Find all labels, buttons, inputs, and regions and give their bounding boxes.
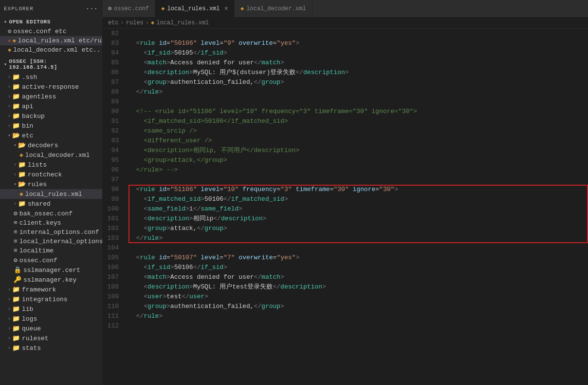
code-line-111: 111 </rule>: [102, 311, 588, 321]
sidebar-item-stats[interactable]: › 📁 stats: [0, 343, 102, 353]
sidebar-file-ossec-conf[interactable]: ⚙ ossec.conf etc: [0, 27, 102, 36]
tab-label-ossec-conf: ossec.conf: [114, 5, 149, 12]
folder-icon-ruleset: 📁: [12, 334, 20, 342]
sidebar-item-integrations[interactable]: › 📁 integrations: [0, 294, 102, 304]
breadcrumb-sep1: ›: [121, 19, 124, 26]
line-content-83: <rule id="50106" level="9" overwrite="ye…: [127, 38, 588, 48]
tab-icon-local-rules: ◈: [161, 5, 165, 12]
folder-icon-bin: 📁: [12, 122, 20, 130]
sidebar-item-label-internal-options: internal_options.conf: [19, 229, 99, 236]
code-line-86: 86 <description>MySQL: 用户$(dstuser)登录失败<…: [102, 68, 588, 77]
line-num-82: 82: [102, 29, 127, 38]
sidebar-item-label-bin: bin: [22, 122, 33, 130]
line-num-92: 92: [102, 126, 127, 136]
line-content-112: [127, 321, 588, 331]
tab-label-local-rules: local_rules.xml: [167, 5, 220, 12]
folder-arrow-queue: ›: [8, 326, 11, 331]
file-icon-client: ≡: [14, 219, 18, 227]
line-num-84: 84: [102, 48, 127, 58]
sidebar-item-sslmanager-cert[interactable]: 🔒 sslmanager.cert: [0, 265, 102, 275]
sidebar-item-etc[interactable]: ▾ 📂 etc: [0, 131, 102, 140]
sidebar-item-ssh[interactable]: › 📁 .ssh: [0, 72, 102, 82]
sidebar-item-client-keys[interactable]: ≡ client.keys: [0, 218, 102, 228]
line-content-100: <same_field>i</same_field>: [127, 204, 588, 214]
code-line-98: 98 <rule id="51106" level="10" frequency…: [102, 185, 588, 194]
folder-icon-stats: 📁: [12, 344, 20, 352]
line-num-91: 91: [102, 116, 127, 126]
sidebar-item-lib[interactable]: › 📁 lib: [0, 304, 102, 314]
line-content-90: <!-- <rule id="51106" level="10" frequen…: [127, 107, 588, 116]
folder-arrow-lib: ›: [8, 307, 11, 312]
folder-arrow-ssh: ›: [8, 75, 11, 80]
open-editors-section[interactable]: ▾ OPEN EDITORS: [0, 17, 102, 27]
line-num-86: 86: [102, 68, 127, 77]
close-x-icon[interactable]: ✕: [8, 38, 11, 44]
xml-icon-decoder: ◈: [19, 151, 23, 159]
tab-local-decoder[interactable]: ◈ local_decoder.xml: [235, 0, 312, 17]
line-num-100: 100: [102, 204, 127, 214]
tab-ossec-conf[interactable]: ⚙ ossec.conf: [102, 0, 155, 17]
tab-close-local-rules[interactable]: ×: [224, 5, 228, 13]
sidebar-item-rootcheck[interactable]: › 📁 rootcheck: [0, 170, 102, 179]
sidebar-item-queue[interactable]: › 📁 queue: [0, 324, 102, 333]
sidebar-item-label-ossec-conf: ossec.conf: [19, 257, 57, 264]
sidebar-item-label-agentless: agentless: [22, 93, 56, 100]
sidebar-item-framework[interactable]: › 📁 framework: [0, 285, 102, 294]
folder-icon-ar: 📁: [12, 83, 20, 91]
sidebar-item-local-rules[interactable]: ◈ local_rules.xml: [0, 189, 102, 199]
code-line-106: 106 <if_sid>50106</if_sid>: [102, 263, 588, 272]
sidebar-item-ruleset[interactable]: › 📁 ruleset: [0, 333, 102, 343]
line-content-84: <if_sid>50105</if_sid>: [127, 48, 588, 58]
line-content-104: [127, 243, 588, 253]
sidebar-item-label-queue: queue: [22, 325, 41, 332]
ossec-section-header[interactable]: ▾ OSSEC [SSH: 192.168.174.5]: [0, 57, 102, 72]
explorer-more-icon[interactable]: ···: [86, 5, 98, 13]
line-num-103: 103: [102, 233, 127, 243]
sidebar-item-shared[interactable]: › 📁 shared: [0, 199, 102, 209]
sidebar-item-local-internal[interactable]: ≡ local_internal_options.conf: [0, 237, 102, 246]
line-content-102: <group>attack,</group>: [127, 224, 588, 233]
editor-area: etc › rules › ◈ local_rules.xml 82 83: [102, 17, 588, 385]
code-line-93: 93 <different_user />: [102, 136, 588, 146]
sidebar-item-ossec-conf[interactable]: ⚙ ossec.conf: [0, 255, 102, 265]
folder-icon-rootcheck: 📁: [18, 171, 26, 178]
sidebar-item-label-rules: rules: [28, 181, 47, 188]
sidebar-file-local-rules[interactable]: ✕ ◈ local_rules.xml etc/rules: [0, 36, 102, 45]
sidebar-item-bak-ossec[interactable]: ⚙ bak_ossec.conf: [0, 209, 102, 218]
sidebar-item-lists[interactable]: › 📁 lists: [0, 160, 102, 170]
sidebar-item-active-response[interactable]: › 📁 active-response: [0, 82, 102, 92]
line-num-83: 83: [102, 38, 127, 48]
sidebar-file-local-decoder[interactable]: ◈ local_decoder.xml etc...: [0, 45, 102, 55]
sidebar-item-localtime[interactable]: ≡ localtime: [0, 246, 102, 255]
line-num-95: 95: [102, 155, 127, 165]
folder-icon-shared: 📁: [18, 200, 26, 208]
breadcrumb-etc: etc: [108, 19, 119, 26]
line-num-108: 108: [102, 282, 127, 292]
sidebar-item-logs[interactable]: › 📁 logs: [0, 314, 102, 324]
line-num-96: 96: [102, 165, 127, 175]
ossec-section-arrow: ▾: [4, 61, 7, 67]
tab-local-rules[interactable]: ◈ local_rules.xml ×: [155, 0, 235, 17]
folder-icon-rules: 📂: [18, 180, 26, 188]
sidebar-item-api[interactable]: › 📁 api: [0, 101, 102, 111]
sidebar-item-decoders[interactable]: ▾ 📂 decoders: [0, 140, 102, 150]
sidebar-item-sslmanager-key[interactable]: 🔑 sslmanager.key: [0, 275, 102, 285]
folder-icon-etc: 📂: [12, 132, 20, 139]
folder-arrow-framework: ›: [8, 287, 11, 292]
sidebar-item-local-decoder[interactable]: ◈ local_decoder.xml: [0, 150, 102, 160]
line-content-88: </rule>: [127, 87, 588, 97]
code-line-91: 91 <if_matched_sid>50106</if_matched_sid…: [102, 116, 588, 126]
code-line-104: 104: [102, 243, 588, 253]
sidebar-item-agentless[interactable]: › 📁 agentless: [0, 92, 102, 101]
line-num-97: 97: [102, 175, 127, 185]
open-editors-label: OPEN EDITORS: [9, 19, 51, 25]
sidebar-item-backup[interactable]: › 📁 backup: [0, 111, 102, 121]
sidebar-item-internal-options[interactable]: ≡ internal_options.conf: [0, 228, 102, 237]
sidebar-item-rules[interactable]: ▾ 📂 rules: [0, 179, 102, 189]
sidebar-file-label-local-rules: local_rules.xml etc/rules: [18, 37, 102, 44]
line-content-93: <different_user />: [127, 136, 588, 146]
sidebar-item-bin[interactable]: › 📁 bin: [0, 121, 102, 131]
line-content-101: <description>相同ip</description>: [127, 214, 588, 224]
sidebar-item-label-lists: lists: [28, 161, 47, 169]
editor-content[interactable]: 82 83 <rule id="50106" level="9" overwri…: [102, 29, 588, 385]
